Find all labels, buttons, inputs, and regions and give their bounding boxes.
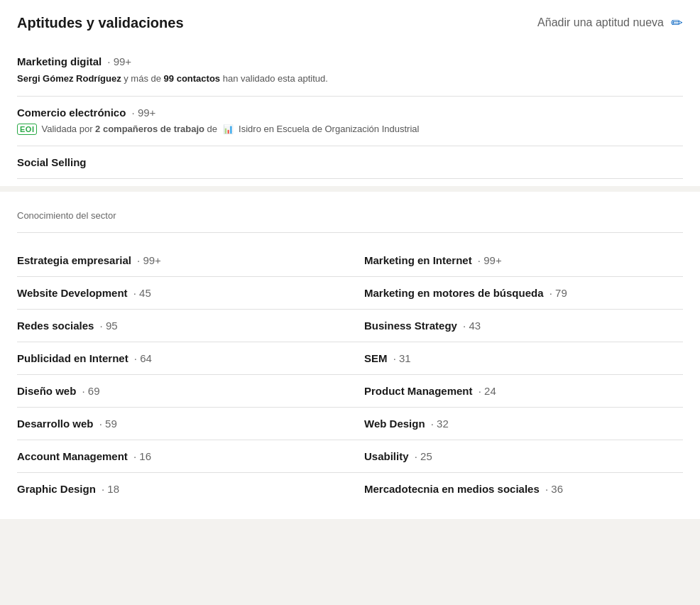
skill-name: Marketing digital <box>17 55 102 67</box>
grid-skill-item: Estrategia empresarial · 99+ <box>17 244 350 277</box>
section-divider <box>0 186 700 192</box>
validation-label: Validada por 2 compañeros de trabajo de <box>41 124 217 134</box>
company-name: Isidro en Escuela de Organización Indust… <box>239 124 419 134</box>
eoi-badge: EOI <box>17 124 37 135</box>
sector-label: Conocimiento del sector <box>17 210 683 221</box>
skills-grid: Estrategia empresarial · 99+ Marketing e… <box>17 244 683 505</box>
grid-skill-item: Web Design · 32 <box>350 408 683 440</box>
grid-skill-item: Mercadotecnia en medios sociales · 36 <box>350 473 683 505</box>
skill-count: · 99+ <box>104 55 131 67</box>
skill-name: Social Selling <box>17 156 87 168</box>
grid-skill-item: Marketing en Internet · 99+ <box>350 244 683 277</box>
grid-skill-item: Graphic Design · 18 <box>17 473 350 505</box>
sector-section: Conocimiento del sector Estrategia empre… <box>17 199 683 505</box>
grid-skill-item: SEM · 31 <box>350 342 683 375</box>
validator-name: Sergi Gómez Rodríguez <box>17 73 121 84</box>
company-icon: 📊 <box>222 123 234 136</box>
add-skill-link[interactable]: Añadir una aptitud nueva <box>537 16 664 29</box>
skill-validators: Sergi Gómez Rodríguez y más de 99 contac… <box>17 72 683 86</box>
section-title: Aptitudes y validaciones <box>17 15 184 31</box>
skill-count: · 99+ <box>128 107 155 119</box>
skill-item-comercio-electronico: Comercio electrónico · 99+ EOI Validada … <box>17 97 683 146</box>
validator-link[interactable]: 99 contactos <box>164 73 220 84</box>
grid-skill-item: Marketing en motores de búsqueda · 79 <box>350 277 683 310</box>
validated-row: EOI Validada por 2 compañeros de trabajo… <box>17 123 683 136</box>
skill-item-marketing-digital: Marketing digital · 99+ Sergi Gómez Rodr… <box>17 45 683 97</box>
skill-name: Comercio electrónico <box>17 107 126 119</box>
grid-skill-item: Publicidad en Internet · 64 <box>17 342 350 375</box>
grid-skill-item: Usability · 25 <box>350 440 683 473</box>
grid-skill-item: Product Management · 24 <box>350 375 683 408</box>
sector-divider <box>17 232 683 233</box>
skill-item-social-selling: Social Selling <box>17 146 683 179</box>
grid-skill-item: Diseño web · 69 <box>17 375 350 408</box>
edit-icon[interactable]: ✏ <box>671 14 683 31</box>
grid-skill-item: Account Management · 16 <box>17 440 350 473</box>
grid-skill-item: Redes sociales · 95 <box>17 310 350 342</box>
grid-skill-item: Business Strategy · 43 <box>350 310 683 342</box>
grid-skill-item: Website Development · 45 <box>17 277 350 310</box>
grid-skill-item: Desarrollo web · 59 <box>17 408 350 440</box>
header-actions: Añadir una aptitud nueva ✏ <box>537 14 683 31</box>
